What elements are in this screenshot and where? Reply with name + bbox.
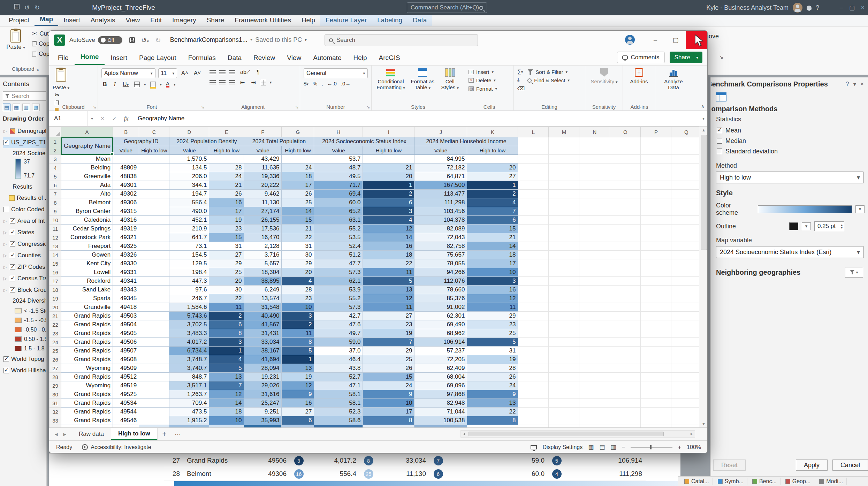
header-2024-population-density[interactable]: 2024 Population Density — [169, 137, 244, 146]
grid-cell[interactable] — [467, 425, 518, 428]
grid-cell[interactable] — [549, 242, 579, 251]
grid-cell[interactable] — [113, 425, 139, 428]
display-settings-label[interactable]: Display Settings — [542, 444, 583, 450]
expand-icon[interactable]: ▷ — [3, 230, 8, 235]
grid-cell[interactable] — [579, 364, 610, 373]
grid-cell[interactable] — [671, 286, 701, 294]
value-cell[interactable]: 72,182 — [414, 164, 467, 172]
rank-cell[interactable]: 13 — [209, 373, 244, 381]
value-cell[interactable]: 49.5 — [314, 172, 363, 181]
grid-cell[interactable] — [549, 390, 579, 399]
grid-cell[interactable] — [641, 347, 671, 355]
list-by-selection-icon[interactable]: ▥ — [22, 104, 30, 111]
new-sheet-button[interactable]: + — [158, 428, 172, 440]
value-cell[interactable]: 113,477 — [414, 190, 467, 198]
value-cell[interactable]: 210.9 — [169, 225, 209, 233]
grid-cell[interactable] — [671, 181, 701, 190]
autosave-toggle[interactable]: Off — [98, 36, 122, 44]
grid-cell[interactable] — [518, 164, 549, 172]
grid-cell[interactable] — [579, 164, 610, 172]
grid-cell[interactable] — [518, 155, 549, 164]
geography-name-cell[interactable]: Caledonia — [61, 216, 113, 225]
column-header-P[interactable]: P — [641, 127, 671, 137]
geography-id-cell[interactable]: 49544 — [113, 408, 139, 416]
grid-cell[interactable] — [549, 416, 579, 425]
grid-cell[interactable] — [139, 399, 169, 408]
geography-name-cell[interactable]: Grand Rapids — [61, 416, 113, 425]
expand-icon[interactable]: ▷ — [3, 242, 8, 246]
grid-cell[interactable] — [610, 146, 641, 155]
column-header-A[interactable]: A — [61, 127, 113, 137]
row-header-27[interactable]: 27 — [50, 364, 61, 373]
account-avatar[interactable] — [625, 35, 635, 45]
rank-cell[interactable]: 13 — [467, 399, 518, 408]
checkbox[interactable] — [717, 149, 722, 154]
dock-tab-geop[interactable]: Geop... — [782, 478, 814, 485]
value-cell[interactable]: 18,304 — [244, 268, 282, 277]
rank-cell[interactable]: 29 — [467, 312, 518, 320]
grid-cell[interactable] — [518, 347, 549, 355]
subheader-high-to-low[interactable]: High to low — [209, 146, 244, 155]
rank-cell[interactable]: 24 — [282, 164, 314, 172]
rank-cell[interactable]: 10 — [282, 303, 314, 312]
grid-cell[interactable] — [641, 181, 671, 190]
grid-cell[interactable] — [139, 408, 169, 416]
rank-cell[interactable]: 24 — [467, 381, 518, 390]
geography-id-cell[interactable]: 49503 — [113, 312, 139, 320]
rank-cell[interactable]: 23 — [282, 294, 314, 303]
next-sheet-icon[interactable]: ▸ — [63, 431, 67, 438]
value-cell[interactable]: 33,034 — [244, 338, 282, 347]
row-header-14[interactable]: 14 — [50, 251, 61, 259]
grid-cell[interactable] — [61, 425, 113, 428]
rank-cell[interactable]: 24 — [209, 172, 244, 181]
geography-id-cell[interactable] — [113, 155, 139, 164]
grid-cell[interactable] — [610, 425, 641, 428]
grid-cell[interactable] — [641, 312, 671, 320]
layer-color-coded[interactable]: Color Coded — [3, 204, 46, 215]
rank-cell[interactable]: 16 — [282, 399, 314, 408]
grid-cell[interactable] — [671, 312, 701, 320]
grid-cell[interactable] — [641, 155, 671, 164]
grid-cell[interactable] — [610, 155, 641, 164]
grid-cell[interactable] — [610, 268, 641, 277]
rank-cell[interactable]: 14 — [467, 242, 518, 251]
grid-cell[interactable] — [671, 390, 701, 399]
layer-group-demographics[interactable]: ▷Demographics — [3, 125, 46, 137]
value-cell[interactable]: 42.7 — [314, 312, 363, 320]
scrollbar-thumb[interactable] — [701, 135, 707, 250]
rank-cell[interactable]: 20 — [467, 164, 518, 172]
value-cell[interactable]: 111,298 — [414, 198, 467, 207]
rank-cell[interactable] — [363, 155, 414, 164]
increase-font-icon[interactable]: A˄ — [180, 69, 190, 77]
value-cell[interactable]: 72,043 — [414, 233, 467, 242]
name-box[interactable]: A1 — [49, 111, 87, 126]
grid-cell[interactable] — [671, 381, 701, 390]
rank-cell[interactable]: 15 — [209, 233, 244, 242]
geography-name-cell[interactable]: Alto — [61, 190, 113, 198]
grid-cell[interactable] — [641, 146, 671, 155]
grid-cell[interactable] — [579, 294, 610, 303]
value-cell[interactable]: 82,089 — [414, 225, 467, 233]
value-cell[interactable]: 73.1 — [169, 242, 209, 251]
legend-item-1-5-std[interactable]: < -1.5 Std... — [3, 306, 46, 316]
layer-checkbox[interactable] — [10, 264, 15, 270]
value-cell[interactable]: 78,055 — [414, 259, 467, 268]
sensitivity-button[interactable]: Sensitivity ▾ — [589, 68, 619, 84]
name-box-dropdown[interactable]: ▾ — [87, 116, 97, 121]
color-scheme-preview[interactable] — [758, 205, 852, 213]
value-cell[interactable]: 19,336 — [244, 172, 282, 181]
value-cell[interactable]: 154.5 — [169, 251, 209, 259]
align-middle-icon[interactable] — [219, 70, 226, 75]
dialog-launcher-icon[interactable]: ↘ — [367, 105, 370, 109]
value-cell[interactable]: 2,128 — [244, 242, 282, 251]
rank-cell[interactable]: 5 — [282, 347, 314, 355]
column-header-E[interactable]: E — [209, 127, 244, 137]
geography-id-cell[interactable]: 49315 — [113, 207, 139, 216]
grid-cell[interactable] — [641, 268, 671, 277]
grid-cell[interactable] — [610, 320, 641, 329]
sheet-tab-high-to-low[interactable]: High to low — [111, 428, 158, 440]
value-cell[interactable]: 1,263.7 — [169, 390, 209, 399]
addins-button[interactable]: Add-ins — [626, 68, 652, 84]
value-cell[interactable]: 3,740.7 — [169, 364, 209, 373]
rank-cell[interactable]: 30 — [209, 286, 244, 294]
